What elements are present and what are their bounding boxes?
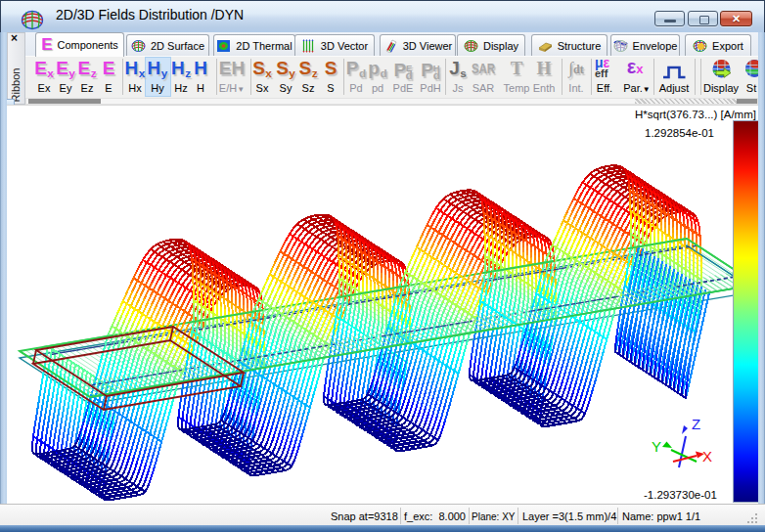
svg-text:X: X <box>702 448 712 465</box>
svg-text:Y: Y <box>652 438 661 455</box>
svg-text:Z: Z <box>692 416 700 432</box>
